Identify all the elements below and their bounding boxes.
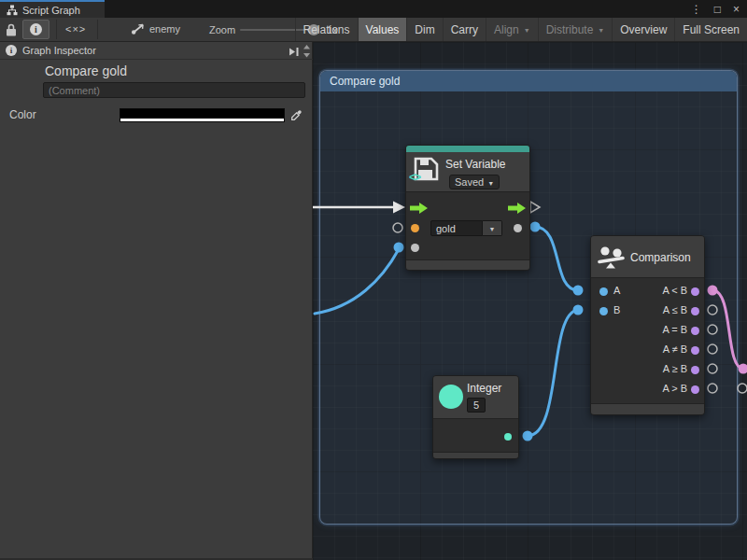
output-port-equal[interactable] (691, 327, 699, 335)
tab-script-graph[interactable]: Script Graph (0, 0, 105, 18)
node-header[interactable]: Comparison (591, 236, 704, 278)
graph-hierarchy-icon (7, 5, 18, 16)
toolbar-button-group: Relations Values Dim Carry Align▼ Distri… (295, 18, 747, 41)
graph-canvas[interactable]: Compare gold (313, 42, 747, 560)
input-port-a[interactable] (599, 287, 608, 296)
unconnected-port-indicator[interactable] (708, 344, 717, 354)
output-port-greater-equal[interactable] (691, 366, 699, 374)
overview-button[interactable]: Overview (612, 18, 674, 41)
node-title: Set Variable (445, 158, 505, 171)
value-in-port[interactable] (411, 244, 419, 252)
flow-in-port[interactable] (410, 203, 429, 214)
node-integer[interactable]: Integer 5 (432, 375, 519, 459)
comparison-scales-icon (598, 245, 626, 270)
zoom-label: Zoom (209, 24, 235, 35)
graph-title: Compare gold (45, 63, 127, 78)
node-footer (591, 403, 704, 414)
output-port-not-equal[interactable] (691, 346, 699, 355)
unconnected-port-indicator[interactable] (738, 384, 747, 393)
variable-name-dropdown-button[interactable]: ▼ (483, 220, 502, 236)
node-title: Comparison (630, 251, 691, 264)
window-maximize-icon[interactable]: □ (714, 4, 721, 15)
input-label-a: A (613, 285, 620, 296)
unconnected-flow-out-indicator[interactable] (530, 202, 540, 213)
lock-icon[interactable] (5, 22, 18, 41)
eyedropper-button[interactable] (286, 107, 307, 123)
color-swatch[interactable] (120, 108, 285, 122)
node-set-variable[interactable]: <> Set Variable Saved▼ gold ▼ (405, 145, 530, 271)
subgraph-icon (131, 23, 145, 35)
toolbar-separator (97, 20, 98, 39)
carry-button[interactable]: Carry (443, 18, 486, 41)
value-out-port[interactable] (514, 224, 522, 232)
fullscreen-button[interactable]: Full Screen (674, 18, 747, 41)
values-button[interactable]: Values (358, 18, 407, 41)
wire-cap (573, 305, 584, 315)
integer-out-port[interactable] (504, 433, 512, 441)
variable-scope-dropdown[interactable]: Saved▼ (449, 175, 500, 189)
unconnected-port-indicator[interactable] (708, 325, 717, 334)
align-dropdown-button[interactable]: Align▼ (486, 18, 538, 41)
wire-flow-arrowhead (393, 202, 405, 214)
output-port-greater[interactable] (691, 385, 699, 394)
integer-value-field[interactable]: 5 (467, 398, 486, 413)
window-close-icon[interactable]: × (733, 4, 740, 15)
info-icon: i (30, 23, 42, 35)
relations-button[interactable]: Relations (295, 18, 358, 41)
unconnected-port-indicator[interactable] (708, 384, 717, 393)
wire-cap (708, 286, 718, 296)
output-label-not-equal: A ≠ B (663, 343, 687, 355)
wire-cap (573, 286, 584, 296)
wire-cap (739, 364, 747, 374)
integer-literal-icon (439, 385, 463, 409)
node-title: Integer (467, 382, 501, 395)
dim-button[interactable]: Dim (406, 18, 442, 41)
graph-toolbar: i <×> enemy Zoom 1x Relations Values Dim… (0, 18, 747, 42)
unconnected-port-indicator[interactable] (708, 305, 717, 315)
alpha-bar (120, 119, 284, 121)
node-accent-strip (406, 146, 529, 152)
graph-reference[interactable]: enemy (131, 23, 180, 35)
variable-name-dropdown[interactable]: gold (430, 220, 483, 236)
output-port-less-equal[interactable] (691, 307, 699, 315)
flow-out-port[interactable] (508, 203, 527, 214)
graph-inspector-panel: i Graph Inspector Compare gold Color (0, 42, 313, 560)
wire-cap (394, 243, 404, 253)
graph-reference-label: enemy (149, 23, 180, 35)
node-header[interactable]: <> Set Variable Saved▼ (406, 152, 529, 192)
wire-cap (523, 431, 533, 441)
node-comparison[interactable]: Comparison A B A < B A ≤ B A = B A ≠ B A… (590, 235, 705, 415)
code-view-icon[interactable]: <×> (65, 23, 86, 35)
panel-resize-spinner[interactable] (303, 44, 311, 59)
output-label-greater-equal: A ≥ B (663, 363, 687, 374)
dock-panel-icon[interactable] (288, 47, 300, 57)
distribute-dropdown-button[interactable]: Distribute▼ (538, 18, 613, 41)
variable-code-glyph: <> (409, 171, 420, 184)
inspector-header: i Graph Inspector (0, 42, 313, 60)
node-footer (406, 259, 529, 270)
window-menu-icon[interactable]: ⋮ (691, 4, 702, 15)
comment-input[interactable] (43, 82, 305, 98)
color-label: Color (9, 108, 36, 121)
unconnected-port-indicator[interactable] (708, 364, 717, 373)
input-label-b: B (613, 304, 620, 315)
wire-offscreen-to-setvar[interactable] (315, 249, 399, 314)
chevron-down-icon: ▼ (598, 27, 604, 34)
inspector-header-title: Graph Inspector (22, 45, 96, 56)
wire-integer-to-comparison-b[interactable] (528, 310, 578, 436)
wire-cap (530, 222, 541, 232)
input-port-b[interactable] (599, 307, 608, 315)
variable-name-port[interactable] (411, 224, 419, 232)
output-label-equal: A = B (662, 324, 687, 335)
wire-setvar-to-comparison-a[interactable] (535, 227, 578, 290)
unconnected-port-indicator[interactable] (393, 223, 402, 232)
inspector-toggle-button[interactable]: i (22, 20, 49, 39)
output-label-greater: A > B (662, 383, 687, 394)
window-tab-bar: Script Graph ⋮ □ × (0, 0, 747, 18)
output-port-less[interactable] (691, 287, 699, 296)
eyedropper-icon (290, 109, 303, 121)
chevron-down-icon: ▼ (487, 180, 494, 187)
node-header[interactable]: Integer 5 (433, 376, 518, 419)
node-footer (433, 452, 518, 458)
tab-title: Script Graph (22, 5, 80, 16)
